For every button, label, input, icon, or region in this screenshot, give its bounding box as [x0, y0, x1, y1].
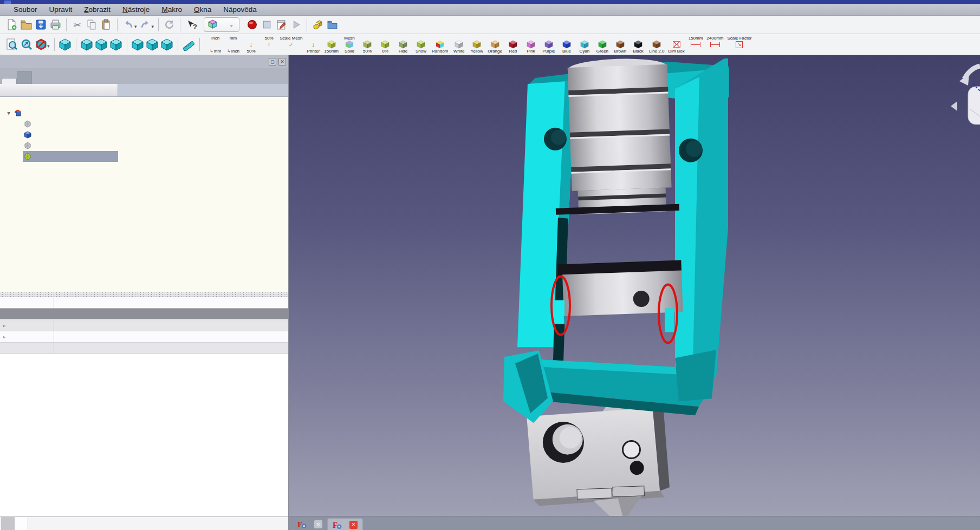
macro-pink-button[interactable]: Pink: [524, 35, 538, 54]
draw-style-button[interactable]: [34, 37, 48, 52]
copy-button[interactable]: [85, 17, 99, 32]
draw-style-dropdown-icon[interactable]: ▾: [47, 43, 50, 49]
part-tool-button[interactable]: [310, 17, 325, 32]
toolbar-separator: [307, 18, 307, 31]
macro-50--button[interactable]: ↓50%: [244, 35, 258, 54]
macro-50--button[interactable]: 50%↑: [262, 35, 276, 54]
cut-button[interactable]: ✂: [70, 17, 85, 32]
right-view-button[interactable]: [109, 37, 124, 52]
bottom-view-button[interactable]: [145, 37, 160, 52]
macro-blue-button[interactable]: Blue: [560, 35, 574, 54]
property-view-tabs: [0, 516, 288, 530]
redo-button[interactable]: [138, 17, 153, 32]
macro-play-button[interactable]: [289, 17, 303, 32]
tab-pohled[interactable]: [1, 517, 15, 530]
macro-mm-button[interactable]: Inch↳mm: [209, 35, 223, 54]
zoom-selection-button[interactable]: [19, 37, 34, 52]
tree-item-document[interactable]: ▿: [0, 108, 288, 119]
property-row-mesh[interactable]: ▹: [0, 320, 288, 331]
paste-button[interactable]: [99, 17, 114, 32]
macro-white-button[interactable]: White: [452, 35, 466, 54]
menu-makro[interactable]: Makro: [155, 4, 188, 15]
tree-item[interactable]: [0, 119, 288, 129]
macro-orange-button[interactable]: Orange: [488, 35, 502, 54]
property-row-placement[interactable]: ▹: [0, 331, 288, 343]
3d-view[interactable]: [289, 55, 980, 516]
undo-dropdown-icon[interactable]: ▾: [134, 24, 137, 29]
menu-soubor[interactable]: Soubor: [8, 4, 43, 15]
menu-upravit[interactable]: Upravit: [43, 4, 79, 15]
menu-n-pov-da[interactable]: Nápověda: [217, 4, 263, 15]
axonometric-view-button[interactable]: [58, 37, 73, 52]
macro-black-button[interactable]: Black: [631, 35, 645, 54]
macro-solid-button[interactable]: MeshSolid: [342, 35, 356, 54]
tree-item[interactable]: [0, 129, 288, 140]
macro-2400mm-button[interactable]: 2400mm: [706, 35, 723, 54]
nav-arrow-left-icon[interactable]: [951, 101, 957, 111]
tree-item-selected[interactable]: [0, 151, 288, 162]
macro-brown-button[interactable]: Brown: [613, 35, 627, 54]
macro-hide-button[interactable]: Hide: [396, 35, 410, 54]
tab-start-page[interactable]: F ✕: [293, 518, 327, 530]
close-panel-icon[interactable]: ✕: [278, 58, 286, 66]
collapse-arrow-icon[interactable]: ▿: [4, 110, 13, 116]
shape-icon: [23, 131, 33, 139]
macro-printer-button[interactable]: ↓Printer: [306, 35, 320, 54]
navigation-cube[interactable]: [951, 66, 980, 125]
redo-dropdown-icon[interactable]: ▾: [152, 24, 154, 29]
tree-item[interactable]: [0, 140, 288, 151]
left-view-button[interactable]: [160, 37, 174, 52]
property-group[interactable]: [0, 309, 288, 320]
tree-header-label: [0, 84, 118, 96]
save-button[interactable]: [34, 17, 48, 32]
print-button[interactable]: [48, 17, 63, 32]
close-tab-icon[interactable]: ✕: [314, 520, 322, 528]
macro-150mm-button[interactable]: 150mm: [689, 35, 703, 54]
macro-record-button[interactable]: [245, 17, 259, 32]
macro-random-button[interactable]: Random: [432, 35, 448, 54]
macro-dim-box-button[interactable]: Dim Box: [668, 35, 684, 54]
open-file-button[interactable]: [19, 17, 34, 32]
macro-scale-factor-button[interactable]: Scale Factor↘: [727, 35, 751, 54]
whats-this-button[interactable]: ?: [184, 17, 198, 32]
menu-zobrazit[interactable]: Zobrazit: [78, 4, 116, 15]
macro-cyan-button[interactable]: Cyan: [577, 35, 592, 54]
menu-okna[interactable]: Okna: [188, 4, 217, 15]
front-view-button[interactable]: [80, 37, 94, 52]
top-view-button[interactable]: [94, 37, 109, 52]
macro-stop-button[interactable]: [259, 17, 274, 32]
tab-udaje[interactable]: [15, 517, 28, 530]
macro-green-button[interactable]: Green: [595, 35, 609, 54]
menu-n-stroje[interactable]: Nástroje: [116, 4, 155, 15]
measure-distance-button[interactable]: [181, 37, 196, 52]
tab-model[interactable]: [2, 78, 17, 84]
macro-inch-button[interactable]: mm↳Inch: [226, 35, 241, 54]
float-panel-icon[interactable]: ◻: [269, 58, 276, 66]
macro-red-button[interactable]: Red: [506, 35, 520, 54]
macro-scale-mesh-button[interactable]: Scale Mesh↕: [280, 35, 303, 54]
undo-button[interactable]: [121, 17, 135, 32]
expand-arrow-icon[interactable]: ▹: [3, 335, 9, 339]
property-header: [0, 297, 288, 309]
splitter-handle[interactable]: [0, 292, 288, 297]
macro-edit-button[interactable]: [274, 17, 289, 32]
macro-0--button[interactable]: 0%: [378, 35, 392, 54]
tab-hotend-sestava[interactable]: F ✕: [327, 518, 363, 530]
model-tree[interactable]: ▿: [0, 97, 288, 292]
refresh-button[interactable]: [162, 17, 177, 32]
macro-show-button[interactable]: Show: [414, 35, 428, 54]
macro-50--button[interactable]: 50%: [360, 35, 374, 54]
macro-purple-button[interactable]: Purple: [542, 35, 556, 54]
workbench-selector[interactable]: ⌄: [204, 17, 239, 32]
property-row-label[interactable]: [0, 343, 288, 354]
zoom-fit-button[interactable]: [4, 37, 19, 52]
new-document-button[interactable]: [4, 17, 19, 32]
expand-arrow-icon[interactable]: ▹: [3, 323, 9, 328]
tab-tvorba[interactable]: [17, 71, 32, 84]
macro-line-2-0-button[interactable]: Line 2.0: [649, 35, 664, 54]
macro-150mm-button[interactable]: 150mm: [324, 35, 339, 54]
rear-view-button[interactable]: [131, 37, 145, 52]
close-tab-icon[interactable]: ✕: [349, 521, 358, 529]
macro-yellow-button[interactable]: Yellow: [470, 35, 484, 54]
folder-tool-button[interactable]: [325, 17, 340, 32]
